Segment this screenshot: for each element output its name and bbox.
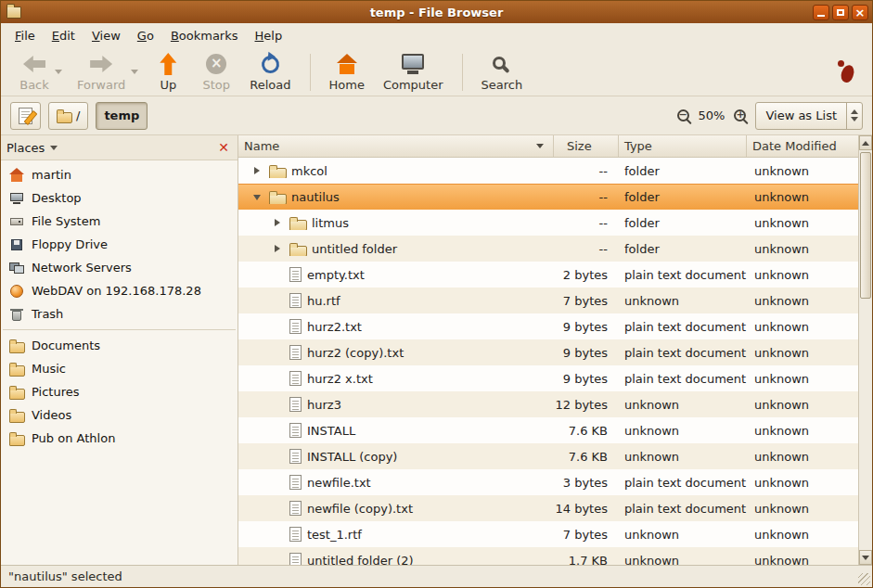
path-root-button[interactable]: / xyxy=(48,102,88,130)
menu-bookmarks[interactable]: Bookmarks xyxy=(162,25,247,46)
edit-location-button[interactable] xyxy=(10,102,41,130)
file-row-untitled-folder[interactable]: untitled folder--folderunknown xyxy=(238,236,858,262)
expander-expanded[interactable] xyxy=(250,195,263,200)
back-dropdown-arrow[interactable] xyxy=(55,70,62,74)
file-row-install-copy[interactable]: INSTALL (copy)7.6 KBunknownunknown xyxy=(238,443,858,469)
expander-collapsed[interactable] xyxy=(250,167,263,174)
folder-icon xyxy=(9,431,24,446)
sidebar-item-webdav-on-192-168-178-28[interactable]: WebDAV on 192.168.178.28 xyxy=(1,279,238,302)
back-button[interactable]: Back xyxy=(10,49,58,95)
places-dropdown-arrow xyxy=(50,146,58,150)
menu-file[interactable]: File xyxy=(6,25,44,46)
file-row-hurz3[interactable]: hurz312 bytesunknownunknown xyxy=(238,391,858,417)
name-cell: INSTALL (copy) xyxy=(238,449,554,464)
close-button[interactable]: × xyxy=(852,5,868,20)
search-button[interactable]: Search xyxy=(472,49,533,95)
sidebar-item-file-system[interactable]: File System xyxy=(1,210,238,233)
sidebar-item-trash[interactable]: Trash xyxy=(1,302,238,326)
forward-dropdown-arrow[interactable] xyxy=(131,70,138,74)
sidebar-close-button[interactable]: ✕ xyxy=(215,140,232,155)
scroll-up-button[interactable] xyxy=(859,135,872,150)
up-button[interactable]: Up xyxy=(144,49,192,95)
file-row-test-1-rtf[interactable]: test_1.rtf7 bytesunknownunknown xyxy=(238,521,858,547)
file-row-hurz2-txt[interactable]: hurz2.txt9 bytesplain text documentunkno… xyxy=(238,313,858,339)
sidebar-item-pub-on-athlon[interactable]: Pub on Athlon xyxy=(1,427,238,450)
menu-help[interactable]: Help xyxy=(247,25,291,46)
menu-view[interactable]: View xyxy=(83,25,129,46)
view-mode-select[interactable]: View as List xyxy=(755,102,863,130)
places-header[interactable]: Places ✕ xyxy=(1,135,238,160)
folder-icon xyxy=(9,339,24,353)
scroll-down-button[interactable] xyxy=(859,550,872,565)
sidebar-item-floppy-drive[interactable]: Floppy Drive xyxy=(1,233,238,256)
computer-button[interactable]: Computer xyxy=(374,49,453,95)
file-size: 7 bytes xyxy=(554,528,619,542)
file-row-litmus[interactable]: litmus--folderunknown xyxy=(238,210,858,236)
resize-grip[interactable] xyxy=(858,573,870,585)
column-header-name[interactable]: Name xyxy=(238,135,554,157)
menu-edit[interactable]: Edit xyxy=(44,25,83,46)
expander-collapsed[interactable] xyxy=(270,219,284,226)
name-cell: test_1.rtf xyxy=(238,527,554,542)
sidebar-item-music[interactable]: Music xyxy=(1,357,238,380)
trash-icon xyxy=(9,307,24,322)
file-row-untitled-folder-2[interactable]: untitled folder (2)1.7 KBunknownunknown xyxy=(238,547,858,565)
stop-button[interactable]: Stop xyxy=(192,49,240,95)
path-current-label: temp xyxy=(104,109,139,122)
file-name: nautilus xyxy=(291,190,340,204)
file-row-newfile-copy-txt[interactable]: newfile (copy).txt14 bytesplain text doc… xyxy=(238,495,858,521)
scrollbar-thumb[interactable] xyxy=(860,152,871,299)
computer-icon xyxy=(402,54,424,70)
sidebar-item-label: Videos xyxy=(32,408,71,422)
status-text: "nautilus" selected xyxy=(8,569,122,583)
file-name: hurz2 (copy).txt xyxy=(307,346,404,360)
sidebar-item-martin[interactable]: martin xyxy=(1,163,238,186)
file-list-pane: Name Size Type Date Modified mkcol--fold… xyxy=(238,135,872,565)
minimize-button[interactable] xyxy=(813,5,829,20)
view-mode-spinner[interactable] xyxy=(846,103,862,129)
sidebar-item-videos[interactable]: Videos xyxy=(1,403,238,427)
vertical-scrollbar[interactable] xyxy=(858,135,872,565)
menu-go[interactable]: Go xyxy=(129,25,162,46)
file-row-newfile-txt[interactable]: newfile.txt3 bytesplain text documentunk… xyxy=(238,469,858,495)
sidebar-item-desktop[interactable]: Desktop xyxy=(1,186,238,210)
sidebar-item-pictures[interactable]: Pictures xyxy=(1,380,238,403)
window-title: temp - File Browser xyxy=(1,6,872,19)
file-row-nautilus[interactable]: nautilus--folderunknown xyxy=(238,184,858,210)
expander-collapsed[interactable] xyxy=(270,245,284,252)
home-button[interactable]: Home xyxy=(320,49,374,95)
column-header-type[interactable]: Type xyxy=(619,135,747,157)
maximize-button[interactable] xyxy=(832,5,849,20)
file-icon xyxy=(289,345,302,360)
webdav-icon xyxy=(9,284,24,299)
folder-icon xyxy=(9,362,24,377)
file-row-install[interactable]: INSTALL7.6 KBunknownunknown xyxy=(238,417,858,443)
file-type: unknown xyxy=(619,450,747,464)
file-row-mkcol[interactable]: mkcol--folderunknown xyxy=(238,158,858,184)
file-type: unknown xyxy=(619,424,747,438)
file-row-hurz2-x-txt[interactable]: hurz2 x.txt9 bytesplain text documentunk… xyxy=(238,365,858,391)
zoom-out-button[interactable] xyxy=(677,109,689,121)
sort-descending-icon xyxy=(536,144,544,148)
reload-button[interactable]: Reload xyxy=(240,49,300,95)
column-header-size[interactable]: Size xyxy=(554,135,619,157)
sidebar-item-documents[interactable]: Documents xyxy=(1,334,238,357)
column-header-date-modified[interactable]: Date Modified xyxy=(747,135,858,157)
sidebar-item-label: Pictures xyxy=(32,385,79,399)
file-date-modified: unknown xyxy=(747,346,858,360)
file-row-hu-rtf[interactable]: hu.rtf7 bytesunknownunknown xyxy=(238,288,858,313)
file-row-empty-txt[interactable]: empty.txt2 bytesplain text documentunkno… xyxy=(238,262,858,288)
file-size: -- xyxy=(554,190,619,204)
places-sidebar: Places ✕ martinDesktopFile SystemFloppy … xyxy=(1,135,238,565)
titlebar[interactable]: temp - File Browser × xyxy=(1,1,872,23)
minimize-icon xyxy=(817,15,825,17)
file-date-modified: unknown xyxy=(747,424,858,438)
zoom-in-button[interactable] xyxy=(734,109,746,121)
sidebar-item-network-servers[interactable]: Network Servers xyxy=(1,256,238,279)
folder-icon xyxy=(289,216,306,230)
file-row-hurz2-copy-txt[interactable]: hurz2 (copy).txt9 bytesplain text docume… xyxy=(238,339,858,365)
file-size: 9 bytes xyxy=(554,346,619,360)
forward-button[interactable]: Forward xyxy=(68,49,135,95)
folder-icon xyxy=(9,385,24,400)
path-current-button[interactable]: temp xyxy=(96,102,148,130)
